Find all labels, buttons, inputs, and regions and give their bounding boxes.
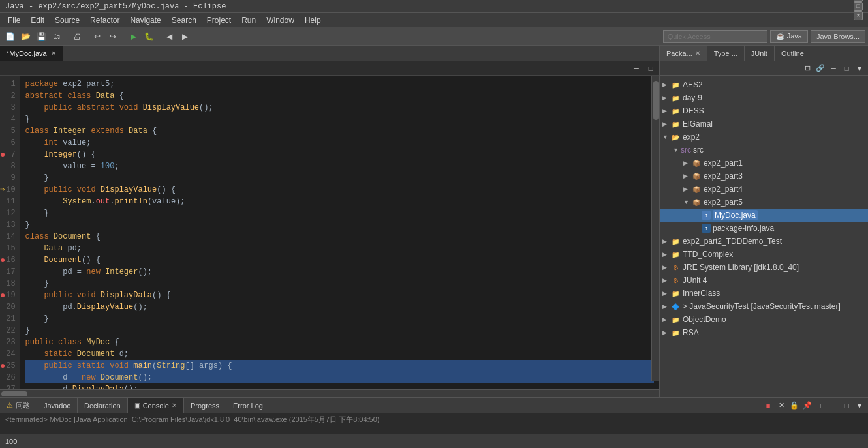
tab-package-explorer[interactable]: Packa... ✕ [660,46,707,61]
code-editor[interactable]: 1 2 3 4 5 6 ● 7 8 9 ⇒ 10 11 12 13 14 15 … [0,76,659,389]
back-button[interactable]: ◀ [162,29,176,44]
new-button[interactable]: 📄 [3,29,17,44]
tree-item-mydoc[interactable]: J MyDoc.java [660,209,868,222]
expand-elgamal[interactable]: ▶ [662,121,670,127]
tree-item-innerclass[interactable]: ▶ 📁 InnerClass [660,287,868,300]
tab-problems[interactable]: ⚠ 问题 [0,398,37,413]
maximize-editor[interactable]: □ [645,63,657,74]
tree-item-packageinfo[interactable]: J package-info.java [660,222,868,235]
menu-help[interactable]: Help [300,14,326,26]
tab-type-hierarchy[interactable]: Type ... [707,46,745,61]
tree-item-exp2[interactable]: ▼ 📂 exp2 [660,130,868,143]
expand-jre[interactable]: ▶ [662,264,670,271]
tree-item-tdd[interactable]: ▶ 📁 exp2_part2_TDDDemo_Test [660,235,868,248]
maximize-panel-button[interactable]: □ [841,63,852,74]
close-button[interactable]: ✕ [854,11,863,20]
tab-declaration[interactable]: Declaration [78,398,128,413]
tree-item-jre[interactable]: ▶ ⚙ JRE System Library [jdk1.8.0_40] [660,261,868,274]
editor-tab-close[interactable]: ✕ [51,50,56,57]
expand-part5[interactable]: ▼ [683,199,691,205]
forward-button[interactable]: ▶ [178,29,192,44]
run-button[interactable]: ▶ [126,29,140,44]
debug-button[interactable]: 🐛 [142,29,156,44]
tree-item-src[interactable]: ▼ src src [660,143,868,157]
minimize-console-button[interactable]: ─ [828,400,839,411]
redo-button[interactable]: ↪ [106,29,120,44]
hscroll-thumb[interactable] [1,391,27,396]
tab-console-close[interactable]: ✕ [172,402,177,409]
expand-rsa[interactable]: ▶ [662,329,670,336]
menu-navigate[interactable]: Navigate [125,14,166,26]
expand-aes2[interactable]: ▶ [662,82,670,88]
menu-search[interactable]: Search [166,14,202,26]
tree-item-aes2[interactable]: ▶ 📁 AES2 [660,78,868,91]
undo-button[interactable]: ↩ [90,29,104,44]
save-button[interactable]: 💾 [34,29,48,44]
menu-project[interactable]: Project [202,14,236,26]
pin-console-button[interactable]: 📌 [801,400,813,411]
expand-javasecurity[interactable]: ▶ [662,303,670,310]
save-all-button[interactable]: 🗂 [50,29,64,44]
menu-window[interactable]: Window [261,14,300,26]
expand-part1[interactable]: ▶ [683,160,691,166]
view-menu-console-button[interactable]: ▼ [854,400,865,411]
code-content[interactable]: package exp2_part5; abstract class Data … [20,76,659,389]
tab-console[interactable]: ▣ Console ✕ [128,398,184,413]
expand-part3[interactable]: ▶ [683,173,691,179]
expand-src[interactable]: ▼ [673,147,681,153]
quick-access-input[interactable] [663,30,767,43]
maximize-button[interactable]: □ [854,2,863,11]
new-console-button[interactable]: + [814,400,826,411]
menu-refactor[interactable]: Refactor [85,14,125,26]
java-browse-perspective[interactable]: Java Brows... [811,30,865,43]
expand-dess[interactable]: ▶ [662,108,670,114]
tab-package-close[interactable]: ✕ [695,50,700,57]
tree-item-rsa[interactable]: ▶ 📁 RSA [660,326,868,339]
collapse-all-button[interactable]: ⊟ [801,63,813,74]
editor-hscroll[interactable] [0,389,659,397]
expand-tdd[interactable]: ▶ [662,238,670,245]
print-button[interactable]: 🖨 [70,29,84,44]
view-menu-button[interactable]: ▼ [854,63,865,74]
tree-item-dess[interactable]: ▶ 📁 DESS [660,104,868,117]
expand-objectdemo[interactable]: ▶ [662,316,670,323]
expand-junit[interactable]: ▶ [662,277,670,284]
open-button[interactable]: 📂 [18,29,33,44]
tree-item-junit[interactable]: ▶ ⚙ JUnit 4 [660,274,868,287]
expand-exp2[interactable]: ▼ [662,134,670,140]
menu-edit[interactable]: Edit [25,14,50,26]
menu-file[interactable]: File [3,14,25,26]
tree-item-part1[interactable]: ▶ 📦 exp2_part1 [660,157,868,170]
expand-day9[interactable]: ▶ [662,95,670,101]
tree-item-objectdemo[interactable]: ▶ 📁 ObjectDemo [660,313,868,326]
tab-outline[interactable]: Outline [775,46,811,61]
editor-tab-mydoc[interactable]: *MyDoc.java ✕ [0,46,63,61]
expand-ttd[interactable]: ▶ [662,251,670,258]
tree-item-part4[interactable]: ▶ 📦 exp2_part4 [660,183,868,196]
tab-progress[interactable]: Progress [184,398,226,413]
tree-item-javasecurity[interactable]: ▶ 🔷 > JavaSecurityTest [JavaSecurityTest… [660,300,868,313]
clear-console-button[interactable]: ✕ [775,400,787,411]
tree-item-day9[interactable]: ▶ 📁 day-9 [660,91,868,104]
stop-console-button[interactable]: ■ [762,400,774,411]
java-perspective[interactable]: ☕ Java [770,30,808,43]
tree-item-elgamal[interactable]: ▶ 📁 ElGamal [660,117,868,130]
tree-item-ttd[interactable]: ▶ 📁 TTD_Complex [660,248,868,261]
maximize-console-button[interactable]: □ [841,400,852,411]
ln-7: ● 7 [0,149,20,160]
menu-run[interactable]: Run [236,14,261,26]
link-editor-button[interactable]: 🔗 [814,63,826,74]
menu-source[interactable]: Source [50,14,85,26]
expand-innerclass[interactable]: ▶ [662,290,670,297]
scroll-lock-button[interactable]: 🔒 [788,400,800,411]
tree-item-part5[interactable]: ▼ 📦 exp2_part5 [660,196,868,209]
tab-errorlog[interactable]: Error Log [226,398,270,413]
minimize-panel-button[interactable]: ─ [828,63,839,74]
tab-javadoc[interactable]: Javadoc [37,398,78,413]
tab-junit[interactable]: JUnit [745,46,775,61]
editor-vscroll[interactable] [651,76,659,381]
expand-part4[interactable]: ▶ [683,186,691,192]
minimize-editor[interactable]: ─ [630,63,642,74]
tree-item-part3[interactable]: ▶ 📦 exp2_part3 [660,170,868,183]
vscroll-thumb[interactable] [653,81,659,120]
